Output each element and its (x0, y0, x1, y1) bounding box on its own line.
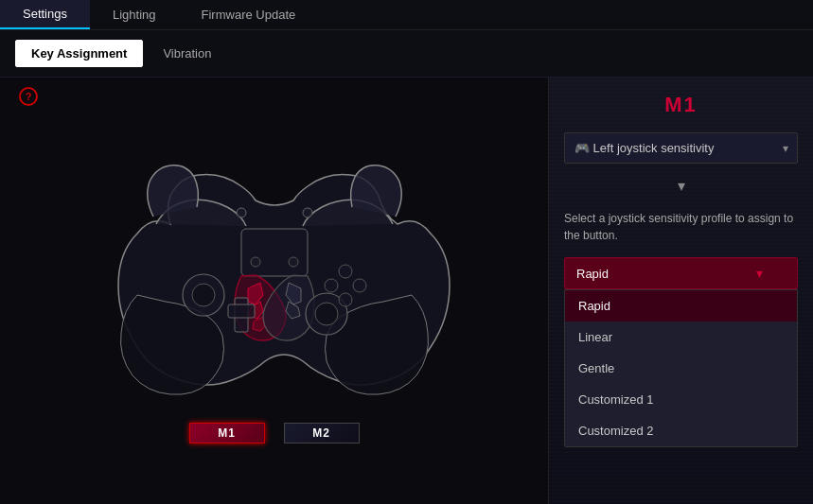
right-panel: M1 🎮 Left joystick sensitivity ▾ ▾ Selec… (548, 78, 813, 504)
dropdown-item-customized2[interactable]: Customized 2 (565, 415, 797, 446)
top-nav: Settings Lighting Firmware Update (0, 0, 813, 30)
sub-tabs: Key Assignment Vibration (0, 30, 813, 78)
svg-point-13 (237, 208, 246, 217)
dropdown-item-gentle[interactable]: Gentle (565, 353, 797, 384)
controller-image (95, 148, 454, 432)
svg-rect-6 (228, 304, 255, 318)
svg-point-2 (192, 284, 215, 306)
tab-firmware-label: Firmware Update (202, 8, 296, 22)
chevron-down-icon: ▾ (564, 177, 798, 195)
tab-firmware[interactable]: Firmware Update (179, 0, 319, 29)
svg-point-14 (303, 208, 312, 217)
sub-tab-key-assignment-label: Key Assignment (31, 46, 127, 61)
dropdown-arrow-icon: ▾ (756, 266, 763, 281)
joystick-sensitivity-select[interactable]: 🎮 Left joystick sensitivity (564, 132, 798, 164)
tab-lighting-label: Lighting (113, 8, 156, 22)
help-icon[interactable]: ? (19, 87, 38, 106)
tab-settings[interactable]: Settings (0, 0, 90, 29)
dropdown-selected-label: Rapid (576, 267, 609, 281)
tab-settings-label: Settings (23, 7, 67, 21)
svg-point-7 (339, 265, 352, 278)
sub-tab-vibration-label: Vibration (163, 46, 211, 61)
dropdown-list: Rapid Linear Gentle Customized 1 Customi… (564, 289, 798, 447)
svg-rect-0 (241, 229, 308, 276)
svg-point-4 (315, 303, 338, 325)
profile-dropdown: Rapid ▾ Rapid Linear Gentle Customized 1… (564, 257, 798, 289)
dropdown-item-rapid[interactable]: Rapid (565, 290, 797, 322)
dropdown-item-linear[interactable]: Linear (565, 322, 797, 353)
main-content: ? (0, 78, 813, 504)
dropdown-selected-item[interactable]: Rapid ▾ (564, 257, 798, 289)
tab-lighting[interactable]: Lighting (90, 0, 179, 29)
dropdown-item-customized1[interactable]: Customized 1 (565, 384, 797, 415)
svg-point-8 (353, 279, 366, 292)
sub-tab-key-assignment[interactable]: Key Assignment (15, 40, 143, 67)
sub-tab-vibration[interactable]: Vibration (147, 40, 227, 67)
joystick-sensitivity-select-wrapper: 🎮 Left joystick sensitivity ▾ (564, 132, 798, 164)
svg-point-12 (251, 257, 260, 267)
svg-point-10 (339, 293, 352, 306)
description-text: Select a joystick sensitivity profile to… (564, 210, 798, 244)
controller-area: ? (0, 78, 548, 504)
svg-point-11 (289, 257, 298, 267)
panel-title: M1 (564, 93, 798, 117)
svg-point-9 (325, 279, 338, 292)
